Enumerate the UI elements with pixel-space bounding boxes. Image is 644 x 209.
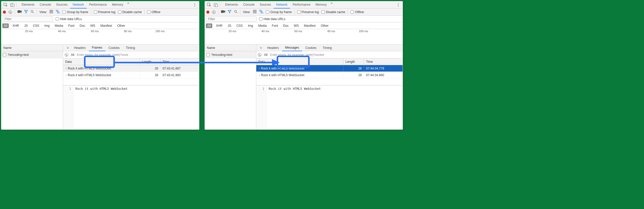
type-img[interactable]: Img xyxy=(246,23,255,28)
tab-memory[interactable]: Memory xyxy=(109,1,126,8)
device-icon[interactable] xyxy=(213,2,219,8)
col-data[interactable]: Data xyxy=(63,58,140,65)
type-xhr[interactable]: XHR xyxy=(11,23,20,28)
col-length[interactable]: Length xyxy=(140,58,160,65)
message-row[interactable]: ↓Rock it with HTML5 WebSocket 28 07:44:3… xyxy=(256,72,403,79)
camera-icon[interactable] xyxy=(18,10,22,14)
msg-filter-hint[interactable]: Enter regex, for example: (web)?socket xyxy=(270,53,324,57)
dtab-timing[interactable]: Timing xyxy=(123,45,138,51)
filter-input[interactable] xyxy=(206,16,257,22)
type-doc[interactable]: Doc xyxy=(78,23,87,28)
preserve-log-checkbox[interactable]: Preserve log xyxy=(94,10,115,14)
msg-filter-all[interactable]: All xyxy=(71,53,74,57)
dots-icon[interactable] xyxy=(192,2,198,8)
dtab-cookies[interactable]: Cookies xyxy=(105,45,123,51)
type-ws[interactable]: WS xyxy=(292,23,300,28)
msg-filter-all[interactable]: All xyxy=(264,53,267,57)
type-all[interactable]: All xyxy=(206,23,212,28)
type-css[interactable]: CSS xyxy=(235,23,244,28)
hide-data-urls-checkbox[interactable]: Hide data URLs xyxy=(259,17,285,21)
type-all[interactable]: All xyxy=(2,23,9,28)
type-manifest[interactable]: Manifest xyxy=(99,23,114,28)
msg-filter-hint[interactable]: Enter regex, for example: (web)?sock xyxy=(77,53,128,57)
tab-performance[interactable]: Performance xyxy=(87,1,109,8)
view-list-icon[interactable] xyxy=(49,10,53,14)
tab-network[interactable]: Network xyxy=(274,1,290,8)
tab-console[interactable]: Console xyxy=(37,1,54,8)
record-icon[interactable] xyxy=(206,11,209,14)
message-row[interactable]: ↑Rock it with HTML5 WebSocket 28 07:43:4… xyxy=(63,65,199,72)
view-waterfall-icon[interactable] xyxy=(259,10,263,14)
dtab-messages[interactable]: Messages xyxy=(282,45,302,51)
timeline[interactable]: 20 ms 40 ms 60 ms 80 ms 100 ms xyxy=(1,29,199,45)
name-header[interactable]: Name xyxy=(205,45,256,51)
type-other[interactable]: Other xyxy=(116,23,126,28)
type-manifest[interactable]: Manifest xyxy=(302,23,317,28)
inspect-icon[interactable] xyxy=(206,2,212,8)
type-media[interactable]: Media xyxy=(53,23,65,28)
col-time[interactable]: Time xyxy=(160,58,199,65)
clear-messages-icon[interactable] xyxy=(65,53,68,57)
group-by-frame-checkbox[interactable]: Group by frame xyxy=(62,10,88,14)
preview-body[interactable]: Rock it with HTML5 WebSocket xyxy=(73,85,199,129)
filter-icon[interactable] xyxy=(24,10,28,14)
type-ws[interactable]: WS xyxy=(89,23,97,28)
timeline[interactable]: 20 ms 40 ms 60 ms 80 ms 100 ms xyxy=(205,29,403,45)
disable-cache-checkbox[interactable]: Disable cache xyxy=(321,10,345,14)
request-row[interactable]: ?encoding=text xyxy=(205,51,256,58)
tab-memory[interactable]: Memory xyxy=(313,1,329,8)
search-icon[interactable] xyxy=(234,10,238,14)
dots-icon[interactable] xyxy=(395,2,401,8)
dtab-frames[interactable]: Frames xyxy=(89,45,106,51)
hide-data-urls-checkbox[interactable]: Hide data URLs xyxy=(56,17,82,21)
close-icon[interactable]: × xyxy=(65,46,71,50)
clear-messages-icon[interactable] xyxy=(258,53,261,57)
dtab-cookies[interactable]: Cookies xyxy=(302,45,319,51)
clear-icon[interactable] xyxy=(9,10,12,14)
preserve-log-checkbox[interactable]: Preserve log xyxy=(297,10,319,14)
type-css[interactable]: CSS xyxy=(31,23,41,28)
view-list-icon[interactable] xyxy=(253,10,257,14)
preview-body[interactable]: Rock it with HTML5 WebSocket xyxy=(267,85,403,129)
type-font[interactable]: Font xyxy=(67,23,76,28)
filter-icon[interactable] xyxy=(228,10,231,14)
type-font[interactable]: Font xyxy=(270,23,279,28)
request-row[interactable]: ?encoding=text xyxy=(1,51,63,58)
tab-elements[interactable]: Elements xyxy=(223,1,241,8)
type-doc[interactable]: Doc xyxy=(282,23,290,28)
col-length[interactable]: Length xyxy=(343,58,364,65)
search-icon[interactable] xyxy=(30,10,34,14)
clear-icon[interactable] xyxy=(212,10,216,14)
type-img[interactable]: Img xyxy=(43,23,51,28)
type-js[interactable]: JS xyxy=(226,23,233,28)
camera-icon[interactable] xyxy=(221,10,225,14)
name-header[interactable]: Name xyxy=(1,45,63,51)
type-media[interactable]: Media xyxy=(257,23,268,28)
disable-cache-checkbox[interactable]: Disable cache xyxy=(118,10,142,14)
more-tabs-icon[interactable]: » xyxy=(126,1,131,8)
tab-elements[interactable]: Elements xyxy=(19,1,37,8)
dtab-timing[interactable]: Timing xyxy=(320,45,335,51)
tab-network[interactable]: Network xyxy=(70,1,87,8)
request-row-checkbox[interactable] xyxy=(206,53,210,56)
type-other[interactable]: Other xyxy=(319,23,330,28)
record-icon[interactable] xyxy=(3,11,6,14)
request-row-checkbox[interactable] xyxy=(3,53,6,56)
type-xhr[interactable]: XHR xyxy=(214,23,224,28)
col-data[interactable]: Data xyxy=(256,58,343,65)
message-row[interactable]: ↑Rock it with HTML5 WebSocket 28 07:44:3… xyxy=(256,65,403,72)
device-icon[interactable] xyxy=(10,2,15,8)
offline-checkbox[interactable]: Offline xyxy=(147,10,160,14)
group-by-frame-checkbox[interactable]: Group by frame xyxy=(266,10,292,14)
filter-input[interactable] xyxy=(3,16,53,22)
dtab-headers[interactable]: Headers xyxy=(71,45,89,51)
tab-performance[interactable]: Performance xyxy=(290,1,313,8)
message-row[interactable]: ↓Rock it with HTML5 WebSocket 28 07:43:4… xyxy=(63,72,199,79)
more-tabs-icon[interactable]: » xyxy=(329,1,334,8)
col-time[interactable]: Time xyxy=(364,58,403,65)
tab-sources[interactable]: Sources xyxy=(257,1,274,8)
type-js[interactable]: JS xyxy=(23,23,29,28)
offline-checkbox[interactable]: Offline xyxy=(351,10,364,14)
dtab-headers[interactable]: Headers xyxy=(264,45,282,51)
close-icon[interactable]: × xyxy=(258,46,264,50)
